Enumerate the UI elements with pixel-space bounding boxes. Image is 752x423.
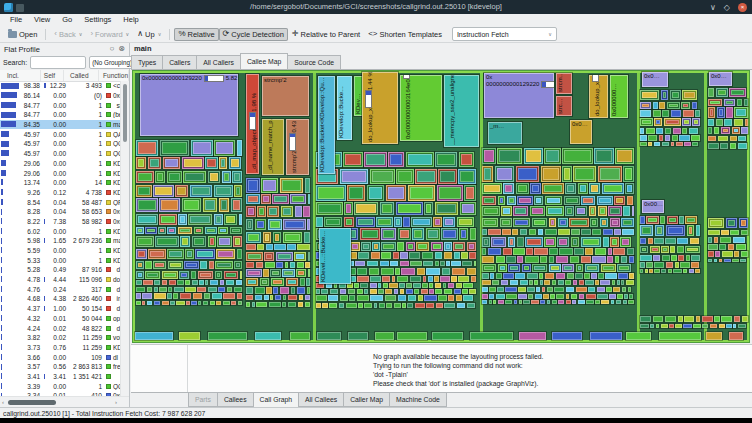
treemap-cell[interactable] — [192, 280, 198, 285]
treemap-cell[interactable] — [168, 287, 172, 292]
treemap-cell[interactable] — [236, 263, 240, 267]
treemap-cell[interactable] — [567, 208, 571, 214]
treemap-cell[interactable] — [566, 198, 578, 203]
treemap-cell[interactable] — [266, 254, 272, 259]
treemap-cell[interactable] — [435, 283, 442, 288]
treemap-cell[interactable] — [484, 198, 494, 203]
treemap-cell[interactable] — [514, 300, 518, 304]
treemap-cell[interactable] — [496, 256, 505, 263]
treemap-cell[interactable] — [154, 293, 166, 299]
treemap-cell[interactable] — [596, 150, 612, 162]
treemap-cell[interactable] — [316, 295, 327, 301]
treemap-cell[interactable] — [581, 256, 591, 263]
treemap-cell[interactable] — [618, 273, 628, 279]
treemap-cell[interactable] — [429, 289, 434, 293]
treemap-cell[interactable] — [702, 324, 708, 328]
treemap-cell[interactable] — [179, 332, 200, 340]
treemap-cell[interactable] — [291, 287, 295, 294]
treemap-cell[interactable] — [220, 229, 226, 232]
treemap-cell[interactable] — [182, 238, 188, 246]
treemap-cell[interactable] — [493, 239, 504, 245]
treemap-cell[interactable] — [371, 252, 380, 259]
treemap-cell[interactable] — [208, 332, 248, 340]
treemap-cell[interactable] — [307, 219, 310, 230]
treemap-cell[interactable] — [147, 273, 158, 277]
treemap-cell[interactable] — [720, 237, 731, 243]
treemap-cell[interactable] — [305, 178, 310, 193]
table-row[interactable]: 86.140.00(0)0x00000000000 — [0, 91, 121, 101]
treemap-cell[interactable] — [461, 154, 472, 165]
treemap-cell[interactable] — [666, 262, 674, 267]
treemap-cell[interactable] — [549, 256, 555, 263]
treemap-cell[interactable] — [394, 303, 401, 308]
treemap-cell[interactable] — [322, 303, 327, 308]
treemap-cell[interactable] — [316, 303, 321, 308]
treemap-cell[interactable] — [357, 276, 368, 282]
table-row[interactable]: 4.240.0248 822_dl_catch_ — [0, 323, 121, 333]
treemap-cell[interactable] — [679, 135, 690, 140]
treemap-cell[interactable] — [668, 227, 684, 234]
treemap-cell[interactable] — [456, 283, 462, 288]
treemap-cell[interactable] — [264, 295, 269, 300]
treemap-cell[interactable] — [369, 268, 379, 275]
treemap-cell[interactable] — [689, 227, 693, 234]
treemap-cell[interactable] — [138, 216, 156, 223]
treemap-cell[interactable] — [197, 251, 212, 258]
treemap-cell[interactable] — [724, 119, 732, 126]
treemap-cell[interactable] — [567, 185, 574, 192]
treemap-cell[interactable] — [185, 173, 204, 181]
treemap-cell[interactable] — [398, 171, 411, 182]
treemap-cell[interactable] — [220, 280, 224, 285]
treemap-cell[interactable] — [519, 300, 522, 304]
treemap-cell[interactable] — [216, 301, 221, 305]
treemap-cell[interactable] — [718, 90, 726, 95]
treemap-cell[interactable] — [426, 303, 434, 308]
treemap-cell[interactable] — [723, 129, 728, 132]
treemap-cell[interactable] — [275, 234, 279, 241]
treemap-cell[interactable] — [246, 295, 253, 300]
treemap-cell[interactable] — [592, 220, 596, 226]
treemap-cell[interactable] — [451, 276, 456, 282]
table-row[interactable]: 4.371.0050 154_dl_map_o — [0, 304, 121, 314]
table-row[interactable]: 45.970.001QGuiApplicati — [0, 139, 121, 149]
treemap-cell[interactable] — [394, 289, 398, 293]
treemap-cell[interactable] — [270, 295, 273, 300]
treemap-cell[interactable] — [737, 99, 743, 106]
treemap-cell[interactable] — [408, 154, 432, 165]
treemap-cell[interactable] — [529, 229, 536, 236]
treemap-cell[interactable] — [482, 248, 486, 254]
treemap-cell[interactable] — [642, 227, 651, 234]
treemap-cell[interactable] — [579, 294, 585, 299]
treemap-cell[interactable] — [515, 208, 526, 214]
treemap-cell[interactable] — [665, 128, 672, 134]
treemap-cell[interactable] — [595, 300, 599, 304]
treemap-cell[interactable] — [519, 198, 530, 203]
menu-go[interactable]: Go — [56, 14, 78, 26]
scroll-right-icon[interactable]: › — [113, 399, 119, 405]
treemap-cell[interactable] — [397, 242, 404, 251]
treemap-cell[interactable] — [484, 208, 498, 214]
treemap-cell[interactable] — [503, 208, 509, 214]
treemap-cell[interactable] — [304, 232, 310, 243]
treemap-cell[interactable] — [462, 261, 472, 267]
treemap-cell[interactable] — [708, 230, 720, 236]
treemap-cell[interactable] — [443, 283, 446, 288]
treemap-cell[interactable] — [611, 300, 615, 304]
treemap-cell[interactable] — [640, 135, 647, 140]
treemap-cell[interactable] — [506, 256, 515, 263]
treemap-cell[interactable] — [395, 268, 400, 275]
treemap-cell[interactable] — [460, 171, 474, 182]
tab-callers[interactable]: Callers — [162, 55, 197, 69]
treemap-cell[interactable] — [406, 289, 413, 293]
treemap-cell[interactable] — [498, 300, 504, 304]
treemap-cell[interactable] — [549, 248, 557, 254]
treemap-box-15[interactable]: _m… — [488, 122, 522, 144]
treemap-cell[interactable] — [147, 301, 153, 305]
treemap-cell[interactable] — [708, 127, 712, 134]
treemap-cell[interactable] — [600, 168, 620, 180]
treemap-cell[interactable] — [653, 255, 660, 261]
up-dropdown-icon[interactable]: ∨ — [158, 31, 162, 37]
table-row[interactable]: 84.770.001_start — [0, 100, 121, 110]
treemap-cell[interactable] — [265, 234, 270, 241]
treemap-cell[interactable] — [224, 173, 229, 181]
